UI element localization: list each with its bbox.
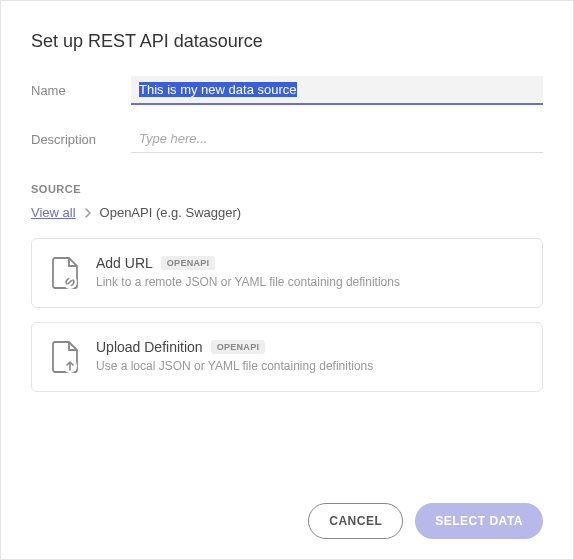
option-upload-definition[interactable]: Upload Definition OPENAPI Use a local JS…: [31, 322, 543, 392]
description-row: Description: [31, 125, 543, 153]
option-tag: OPENAPI: [161, 256, 216, 270]
breadcrumb-current: OpenAPI (e.g. Swagger): [100, 205, 242, 220]
breadcrumb-view-all[interactable]: View all: [31, 205, 76, 220]
description-label: Description: [31, 132, 131, 147]
source-section-label: SOURCE: [31, 183, 543, 195]
option-description: Link to a remote JSON or YAML file conta…: [96, 275, 524, 289]
option-description: Use a local JSON or YAML file containing…: [96, 359, 524, 373]
file-upload-icon: [50, 339, 80, 375]
select-data-button[interactable]: SELECT DATA: [415, 503, 543, 539]
option-tag: OPENAPI: [211, 340, 266, 354]
name-input[interactable]: [131, 76, 543, 105]
option-title: Add URL: [96, 255, 153, 271]
name-label: Name: [31, 83, 131, 98]
file-link-icon: [50, 255, 80, 291]
cancel-button[interactable]: CANCEL: [308, 503, 403, 539]
name-row: Name: [31, 76, 543, 105]
dialog-footer: CANCEL SELECT DATA: [308, 503, 543, 539]
description-input[interactable]: [131, 125, 543, 153]
chevron-right-icon: [84, 208, 92, 218]
option-add-url[interactable]: Add URL OPENAPI Link to a remote JSON or…: [31, 238, 543, 308]
dialog-title: Set up REST API datasource: [31, 31, 543, 52]
option-title: Upload Definition: [96, 339, 203, 355]
breadcrumb: View all OpenAPI (e.g. Swagger): [31, 205, 543, 220]
